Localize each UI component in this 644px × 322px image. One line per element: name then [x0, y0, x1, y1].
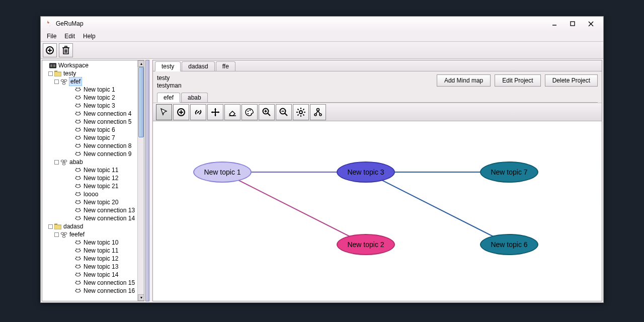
- split-handle[interactable]: [145, 60, 149, 301]
- select-tool[interactable]: [156, 104, 172, 120]
- window-title: GeRuMap: [56, 20, 545, 27]
- tree-item[interactable]: New connection 4: [43, 110, 137, 118]
- scroll-thumb[interactable]: [138, 67, 144, 137]
- mindmap-edge[interactable]: [366, 172, 509, 245]
- erase-tool[interactable]: [224, 104, 240, 120]
- expand-handle[interactable]: [48, 224, 53, 229]
- tree-icon: [74, 198, 82, 206]
- tree-item[interactable]: New topic 14: [43, 271, 137, 279]
- project-tab-ffe[interactable]: ffe: [216, 61, 235, 71]
- tree-item[interactable]: New topic 21: [43, 182, 137, 190]
- tree-item[interactable]: New connection 14: [43, 214, 137, 222]
- map-efef[interactable]: efef: [43, 77, 137, 86]
- tree-item[interactable]: New topic 11: [43, 247, 137, 255]
- menu-file[interactable]: File: [43, 32, 60, 41]
- tree-label: New connection 14: [83, 214, 135, 222]
- mindmap-node[interactable]: New topic 6: [480, 234, 538, 255]
- mindmap-node[interactable]: New topic 7: [480, 162, 538, 183]
- tree-item[interactable]: New connection 5: [43, 118, 137, 126]
- scroll-down-button[interactable]: ▾: [138, 294, 144, 301]
- settings-tool[interactable]: [293, 104, 309, 120]
- tree-icon: [54, 222, 62, 230]
- add-node-tool[interactable]: [173, 104, 189, 120]
- expand-handle[interactable]: [54, 160, 59, 165]
- svg-line-71: [63, 162, 63, 163]
- tree-item[interactable]: New topic 7: [43, 134, 137, 142]
- project-tab-dadasd[interactable]: dadasd: [182, 61, 214, 71]
- zoom-in-tool[interactable]: [259, 104, 275, 120]
- tree-item[interactable]: New connection 9: [43, 150, 137, 158]
- tree-icon: [74, 190, 82, 198]
- mindmap-node[interactable]: New topic 2: [337, 234, 395, 255]
- tree-item[interactable]: New topic 20: [43, 198, 137, 206]
- svg-line-20: [63, 82, 63, 83]
- delete-button[interactable]: [59, 43, 73, 57]
- move-tool[interactable]: [207, 104, 223, 120]
- scroll-up-button[interactable]: ▴: [138, 60, 144, 67]
- mindmap-node[interactable]: New topic 3: [337, 162, 395, 183]
- expand-handle[interactable]: [54, 79, 59, 84]
- minimize-button[interactable]: [546, 18, 563, 29]
- tree-icon: [74, 238, 82, 247]
- tree-item[interactable]: New topic 1: [43, 86, 137, 94]
- add-button[interactable]: [43, 43, 57, 57]
- svg-point-119: [76, 249, 80, 252]
- tree-item[interactable]: New connection 13: [43, 206, 137, 214]
- center-tool[interactable]: [310, 104, 326, 120]
- link-tool[interactable]: [190, 104, 206, 120]
- project-dadasd[interactable]: dadasd: [43, 222, 137, 230]
- map-tab-abab[interactable]: abab: [181, 93, 208, 102]
- project-testy[interactable]: testy: [43, 69, 137, 77]
- mindmap-edge[interactable]: [222, 172, 366, 245]
- delete-project-button[interactable]: Delete Project: [545, 74, 598, 87]
- tree-label: dadasd: [63, 222, 84, 230]
- tree-item[interactable]: New connection 16: [43, 287, 137, 295]
- tree-item[interactable]: New topic 12: [43, 255, 137, 263]
- svg-line-117: [76, 240, 77, 242]
- map-tab-efef[interactable]: efef: [157, 93, 180, 103]
- tree-item[interactable]: New topic 3: [43, 102, 137, 110]
- maximize-button[interactable]: [564, 18, 581, 29]
- palette-tool[interactable]: [242, 104, 258, 120]
- svg-line-122: [76, 249, 77, 250]
- tree-item[interactable]: loooo: [43, 190, 137, 198]
- tree-scrollbar[interactable]: ▴ ▾: [137, 60, 144, 301]
- svg-line-77: [79, 168, 80, 169]
- tree-item[interactable]: New topic 11: [43, 166, 137, 174]
- mindmap-node[interactable]: New topic 1: [193, 162, 252, 183]
- svg-line-87: [79, 184, 80, 185]
- tree-icon: [74, 287, 82, 295]
- tree-icon: [74, 182, 82, 190]
- workspace-tree[interactable]: WorkspacetestyefefNew topic 1New topic 2…: [42, 60, 137, 301]
- tree-label: Workspace: [58, 61, 89, 69]
- svg-point-124: [76, 257, 80, 260]
- svg-point-177: [319, 114, 321, 116]
- add-mindmap-button[interactable]: Add Mind map: [437, 74, 491, 87]
- workspace-root[interactable]: Workspace: [43, 61, 137, 69]
- project-tab-testy[interactable]: testy: [155, 61, 181, 71]
- svg-line-171: [298, 109, 299, 110]
- tree-item[interactable]: New topic 13: [43, 263, 137, 271]
- svg-line-113: [64, 234, 65, 235]
- tree-item[interactable]: New topic 6: [43, 126, 137, 134]
- tree-item[interactable]: New connection 8: [43, 142, 137, 150]
- edit-project-button[interactable]: Edit Project: [495, 74, 540, 87]
- zoom-out-tool[interactable]: [276, 104, 292, 120]
- tree-icon: [74, 263, 82, 271]
- map-abab[interactable]: abab: [43, 158, 137, 166]
- expand-handle[interactable]: [48, 71, 53, 76]
- svg-line-91: [76, 192, 77, 193]
- map-feefef[interactable]: feefef: [43, 230, 137, 238]
- menu-edit[interactable]: Edit: [60, 32, 79, 41]
- close-button[interactable]: [582, 18, 599, 29]
- tree-item[interactable]: New topic 10: [43, 238, 137, 247]
- tree-label: New topic 2: [83, 94, 116, 102]
- menu-help[interactable]: Help: [79, 32, 100, 41]
- expand-handle[interactable]: [54, 232, 59, 237]
- svg-line-92: [79, 192, 80, 193]
- mindmap-canvas[interactable]: New topic 1New topic 2New topic 3New top…: [153, 121, 602, 301]
- tree-item[interactable]: New connection 15: [43, 279, 137, 287]
- svg-line-35: [76, 104, 77, 105]
- tree-item[interactable]: New topic 12: [43, 174, 137, 182]
- tree-item[interactable]: New topic 2: [43, 94, 137, 102]
